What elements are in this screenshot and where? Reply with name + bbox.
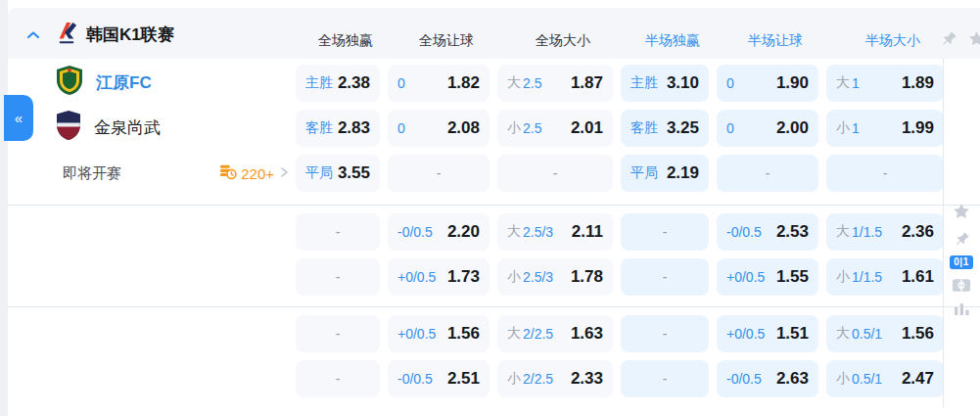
more-markets-link[interactable]: 220+ xyxy=(219,162,290,184)
odds-cell[interactable]: 大2.51.87 xyxy=(497,65,613,102)
odds-value: 2.63 xyxy=(776,369,809,389)
column-header-full-win[interactable]: 全场独赢 xyxy=(303,16,388,67)
odds-value: - xyxy=(336,326,341,342)
odds-cell[interactable]: 小0.5/12.47 xyxy=(826,360,944,397)
odds-cell-empty[interactable]: - xyxy=(296,360,380,397)
odds-value: 2.53 xyxy=(776,222,809,242)
odds-cell[interactable]: 大2/2.51.63 xyxy=(497,315,613,352)
stats-bars-icon[interactable] xyxy=(954,301,970,316)
odds-cell[interactable]: -0/0.52.51 xyxy=(388,360,490,397)
pitch-icon[interactable] xyxy=(952,278,971,293)
odds-value: 1.73 xyxy=(447,267,480,287)
column-header-half-handicap[interactable]: 半场让球 xyxy=(724,16,826,67)
column-header-full-handicap[interactable]: 全场让球 xyxy=(396,16,497,67)
odds-cell-empty[interactable]: - xyxy=(621,258,709,296)
star-icon[interactable] xyxy=(952,202,971,221)
odds-cell-empty[interactable]: - xyxy=(296,315,380,352)
odds-cell[interactable]: 平局2.19 xyxy=(621,155,709,192)
bet-line-label: 客胜 xyxy=(630,119,658,137)
odds-cell-empty[interactable]: - xyxy=(717,155,818,192)
bet-line-label: 0.5/1 xyxy=(852,326,882,342)
odds-cell[interactable]: 小2.5/31.78 xyxy=(497,258,613,296)
odds-value: - xyxy=(336,269,341,285)
odds-cell[interactable]: 小1/1.51.61 xyxy=(826,258,944,296)
bet-line-label: 2.5 xyxy=(523,75,541,91)
odds-cell[interactable]: 小2/2.52.33 xyxy=(497,360,613,397)
odds-column-headers: 全场独赢 全场让球 全场大小 半场独赢 半场让球 半场大小 xyxy=(303,16,952,67)
bet-line-label: 平局 xyxy=(305,164,333,182)
column-header-half-win[interactable]: 半场独赢 xyxy=(629,16,717,67)
bet-line-label: 1/1.5 xyxy=(852,224,882,240)
odds-cell-empty[interactable]: - xyxy=(388,155,490,192)
odds-cell[interactable]: +0/0.51.73 xyxy=(388,258,490,296)
odds-cell[interactable]: 平局3.55 xyxy=(296,155,380,192)
odds-cell[interactable]: 02.08 xyxy=(388,110,490,147)
odds-value: 1.56 xyxy=(447,324,480,344)
odds-cell[interactable]: 大0.5/11.56 xyxy=(826,315,944,352)
odds-cell[interactable]: 客胜2.83 xyxy=(296,110,380,147)
odds-cell[interactable]: -0/0.52.20 xyxy=(388,213,490,251)
odds-cell[interactable]: -0/0.52.63 xyxy=(717,360,818,397)
odds-cell-empty[interactable]: - xyxy=(826,155,944,192)
chevron-up-icon xyxy=(25,27,41,47)
odds-value: 2.51 xyxy=(447,369,480,389)
odds-cell[interactable]: 小2.52.01 xyxy=(497,110,613,147)
odds-cell-empty[interactable]: - xyxy=(296,258,380,296)
odds-cell-empty[interactable]: - xyxy=(497,155,613,192)
bet-line-label: 1 xyxy=(852,120,860,136)
odds-cell[interactable]: 02.00 xyxy=(717,110,818,147)
odds-cell[interactable]: 大11.89 xyxy=(826,65,944,102)
match-status: 即将开赛 xyxy=(63,164,121,183)
over-under-prefix: 大 xyxy=(836,74,850,92)
away-team-crest-icon xyxy=(55,110,82,145)
score-badge[interactable]: 0|1 xyxy=(950,255,972,269)
odds-value: - xyxy=(663,326,668,342)
pin-icon[interactable] xyxy=(940,29,957,48)
column-header-full-overunder[interactable]: 全场大小 xyxy=(505,16,621,67)
column-header-half-overunder[interactable]: 半场大小 xyxy=(834,16,952,67)
pin-icon[interactable] xyxy=(954,230,970,247)
odds-value: 2.08 xyxy=(447,118,480,138)
odds-value: - xyxy=(883,165,888,181)
bet-line-label: 2/2.5 xyxy=(523,371,553,387)
odds-cell[interactable]: +0/0.51.51 xyxy=(717,315,818,352)
match-odds-card: 韩国K1联赛 全场独赢 全场让球 全场大小 半场独赢 半场让球 半场大小 « xyxy=(0,0,980,416)
over-under-prefix: 大 xyxy=(836,223,850,241)
odds-value: 3.25 xyxy=(667,118,699,138)
odds-value: - xyxy=(336,371,341,387)
odds-cell-empty[interactable]: - xyxy=(621,360,709,397)
over-under-prefix: 小 xyxy=(507,268,521,286)
star-icon[interactable] xyxy=(967,29,980,48)
odds-cell[interactable]: 主胜2.38 xyxy=(296,65,380,102)
odds-value: 1.99 xyxy=(902,118,934,138)
odds-cell[interactable]: 小11.99 xyxy=(826,110,944,147)
odds-value: 2.19 xyxy=(667,163,699,183)
odds-value: - xyxy=(553,165,558,181)
odds-cell[interactable]: +0/0.51.56 xyxy=(388,315,490,352)
odds-cell[interactable]: 大2.5/32.11 xyxy=(497,213,613,251)
odds-cell[interactable]: 客胜3.25 xyxy=(621,110,709,147)
away-team-row[interactable]: 金泉尚武 xyxy=(55,109,161,146)
collapse-button[interactable] xyxy=(22,25,45,49)
odds-cell[interactable]: -0/0.52.53 xyxy=(717,213,818,251)
over-under-prefix: 大 xyxy=(836,325,850,343)
odds-cell[interactable]: +0/0.51.55 xyxy=(717,258,818,296)
collapse-side-tab[interactable]: « xyxy=(4,95,33,141)
home-team-row[interactable]: 江原FC xyxy=(55,64,152,101)
over-under-prefix: 小 xyxy=(507,119,521,137)
odds-value: 2.11 xyxy=(572,222,603,242)
odds-cell-empty[interactable]: - xyxy=(621,315,709,352)
odds-value: 2.47 xyxy=(902,369,934,389)
odds-value: 2.38 xyxy=(338,73,370,93)
bet-line-label: -0/0.5 xyxy=(726,371,762,387)
bet-line-label: 主胜 xyxy=(305,74,333,92)
odds-cell-empty[interactable]: - xyxy=(296,213,380,251)
odds-cell[interactable]: 01.82 xyxy=(388,65,490,102)
bet-line-label: 1/1.5 xyxy=(852,269,882,285)
bet-line-label: 0 xyxy=(726,120,734,136)
odds-cell-empty[interactable]: - xyxy=(621,213,709,251)
odds-cell[interactable]: 主胜3.10 xyxy=(621,65,709,102)
odds-row-away: 客胜2.83 02.08 小2.52.01 客胜3.25 02.00 小11.9… xyxy=(296,110,944,147)
odds-cell[interactable]: 01.90 xyxy=(717,65,818,102)
odds-cell[interactable]: 大1/1.52.36 xyxy=(826,213,944,251)
